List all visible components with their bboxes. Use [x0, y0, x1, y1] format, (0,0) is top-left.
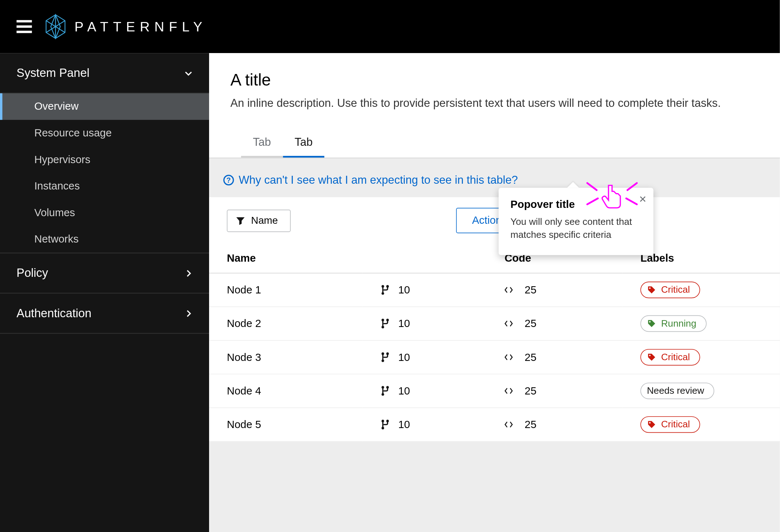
sidebar-item-label: Hypervisors	[34, 153, 90, 165]
sidebar-item-overview[interactable]: Overview	[0, 93, 209, 120]
tag-icon	[647, 319, 656, 328]
sidebar-section-label: System Panel	[17, 66, 90, 80]
column-header-name[interactable]: Name	[209, 244, 363, 273]
table-toolbar: Name Action	[209, 197, 780, 244]
tag-icon	[647, 420, 656, 429]
cell-branch: 10	[363, 273, 487, 307]
table-row[interactable]: Node 51025Critical	[209, 408, 780, 441]
page-description: An inline description. Use this to provi…	[230, 97, 759, 110]
sidebar-section-authentication[interactable]: Authentication	[0, 293, 209, 333]
filter-dropdown[interactable]: Name	[227, 209, 291, 232]
branch-icon	[381, 385, 390, 396]
data-table: Name Code Labels Node 11025CriticalNode …	[209, 244, 780, 442]
sidebar-section-label: Policy	[17, 266, 48, 280]
brand-logo[interactable]: PATTERNFLY	[45, 14, 207, 40]
cell-name: Node 3	[209, 340, 363, 374]
status-label: Critical	[640, 349, 700, 366]
sidebar-item-label: Instances	[34, 180, 80, 192]
code-icon	[504, 320, 513, 327]
sidebar-item-label: Volumes	[34, 207, 75, 219]
patternfly-logo-icon	[45, 14, 66, 40]
branch-icon	[381, 285, 390, 295]
code-icon	[504, 387, 513, 394]
cell-branch: 10	[363, 374, 487, 407]
sidebar-item-label: Networks	[34, 233, 79, 245]
code-icon	[504, 286, 513, 293]
cell-code: 25	[487, 374, 623, 407]
brand-text: PATTERNFLY	[74, 19, 207, 35]
svg-point-11	[649, 321, 650, 322]
sidebar-item-volumes[interactable]: Volumes	[0, 200, 209, 226]
tab-label: Tab	[253, 136, 271, 148]
popover-body: You will only see content that matches s…	[511, 215, 642, 242]
branch-icon	[381, 318, 390, 329]
table-card: ✕ Popover title You will only see conten…	[209, 197, 780, 441]
chevron-down-icon	[184, 69, 192, 77]
table-header-row: Name Code Labels	[209, 244, 780, 273]
branch-icon	[381, 419, 390, 430]
status-label: Critical	[640, 282, 700, 298]
chevron-right-icon	[184, 309, 192, 317]
sidebar-section-label: Authentication	[17, 306, 91, 320]
sidebar-item-label: Resource usage	[34, 127, 112, 139]
column-header-branch[interactable]	[363, 244, 487, 273]
sidebar-item-label: Overview	[34, 100, 79, 112]
status-label: Needs review	[640, 383, 714, 399]
branch-icon	[381, 352, 390, 362]
sidebar-item-resource-usage[interactable]: Resource usage	[0, 120, 209, 147]
cell-label: Needs review	[623, 374, 780, 407]
table-row[interactable]: Node 31025Critical	[209, 340, 780, 374]
cell-label: Critical	[623, 340, 780, 374]
hamburger-menu-button[interactable]	[17, 20, 32, 33]
sidebar-item-networks[interactable]: Networks	[0, 226, 209, 253]
cell-code: 25	[487, 340, 623, 374]
cell-name: Node 4	[209, 374, 363, 407]
cell-name: Node 1	[209, 273, 363, 307]
sidebar-item-hypervisors[interactable]: Hypervisors	[0, 147, 209, 173]
cell-label: Critical	[623, 408, 780, 441]
cell-code: 25	[487, 273, 623, 307]
cell-label: Critical	[623, 273, 780, 307]
cell-name: Node 5	[209, 408, 363, 441]
sidebar-section-system-panel[interactable]: System Panel	[0, 53, 209, 93]
hint-link[interactable]: ? Why can't I see what I am expecting to…	[209, 158, 780, 197]
cursor-click-illustration	[582, 178, 642, 214]
svg-line-3	[626, 199, 637, 204]
cell-branch: 10	[363, 408, 487, 441]
status-label: Critical	[640, 416, 700, 433]
svg-line-2	[627, 183, 637, 190]
cell-code: 25	[487, 307, 623, 340]
tab-panel: ? Why can't I see what I am expecting to…	[209, 158, 780, 532]
svg-point-15	[649, 355, 650, 356]
table-row[interactable]: Node 21025Running	[209, 307, 780, 340]
masthead: PATTERNFLY	[0, 0, 780, 53]
page-title: A title	[230, 71, 759, 90]
action-button-label: Action	[472, 214, 502, 226]
svg-point-7	[649, 287, 650, 289]
cell-branch: 10	[363, 340, 487, 374]
cell-label: Running	[623, 307, 780, 340]
code-icon	[504, 421, 513, 428]
help-icon: ?	[223, 175, 234, 185]
page-header: A title An inline description. Use this …	[209, 53, 780, 158]
sidebar-section-policy[interactable]: Policy	[0, 253, 209, 293]
svg-line-1	[587, 199, 598, 204]
code-icon	[504, 354, 513, 361]
filter-label: Name	[251, 215, 278, 227]
status-label: Running	[640, 315, 706, 332]
cell-name: Node 2	[209, 307, 363, 340]
tab-label: Tab	[295, 136, 313, 148]
table-row[interactable]: Node 41025Needs review	[209, 374, 780, 407]
tag-icon	[647, 353, 656, 362]
sidebar-nav: System Panel Overview Resource usage Hyp…	[0, 53, 209, 532]
svg-point-22	[649, 422, 650, 423]
tab-list: Tab Tab	[230, 130, 759, 158]
table-row[interactable]: Node 11025Critical	[209, 273, 780, 307]
filter-icon	[236, 216, 245, 225]
tab-active[interactable]: Tab	[283, 130, 325, 158]
tab-inactive[interactable]: Tab	[241, 130, 283, 158]
cell-code: 25	[487, 408, 623, 441]
sidebar-item-instances[interactable]: Instances	[0, 173, 209, 200]
tag-icon	[647, 285, 656, 295]
chevron-right-icon	[184, 269, 192, 277]
